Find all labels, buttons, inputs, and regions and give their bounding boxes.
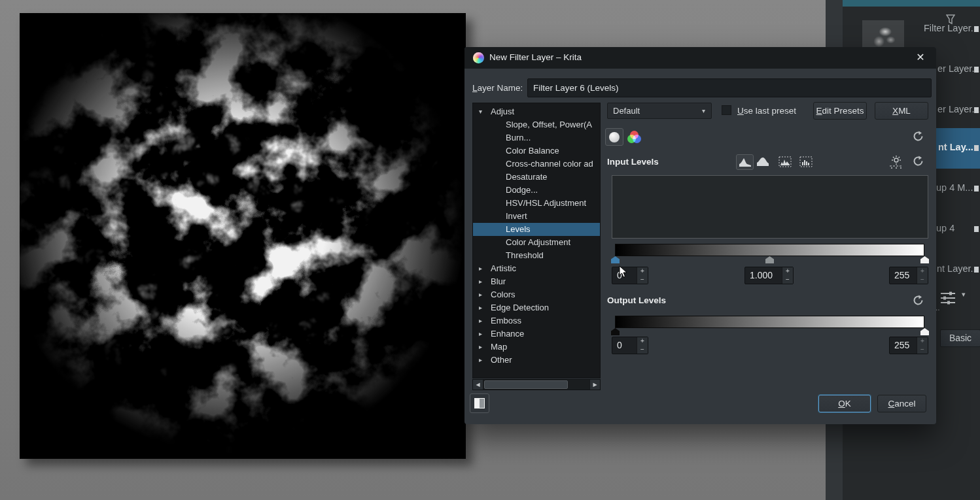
tree-item[interactable]: HSV/HSL Adjustment xyxy=(473,197,600,210)
layer-decoration xyxy=(974,67,979,73)
decrement-icon[interactable]: − xyxy=(917,276,928,284)
preset-select[interactable]: Default ▾ xyxy=(607,103,712,119)
chevron-right-icon[interactable]: ▸ xyxy=(479,262,488,275)
histogram-limits-button[interactable] xyxy=(777,154,794,170)
scroll-left-icon[interactable]: ◀ xyxy=(473,380,483,390)
stepper[interactable]: + − xyxy=(782,267,793,284)
chevron-right-icon[interactable]: ▸ xyxy=(479,275,488,288)
tree-item[interactable]: Slope, Offset, Power(A xyxy=(473,118,600,131)
tree-item[interactable]: Desaturate xyxy=(473,171,600,184)
decrement-icon[interactable]: − xyxy=(782,276,793,284)
input-black-spinbox[interactable]: 0 + − xyxy=(612,267,648,284)
chevron-down-icon: ▾ xyxy=(702,103,705,118)
layer-decoration xyxy=(974,226,979,232)
input-gamma-handle[interactable] xyxy=(765,256,774,263)
tree-item[interactable]: Color Adjustment xyxy=(473,236,600,249)
tree-group[interactable]: ▸ Map xyxy=(473,341,600,354)
channel-lightness-button[interactable] xyxy=(605,128,623,146)
tree-group[interactable]: ▸ Enhance xyxy=(473,327,600,341)
tree-item[interactable]: Dodge... xyxy=(473,184,600,197)
lightness-adjust-icon[interactable] xyxy=(888,156,904,169)
chevron-right-icon[interactable]: ▸ xyxy=(479,327,488,341)
scroll-right-icon[interactable]: ▶ xyxy=(589,380,600,390)
chevron-right-icon[interactable]: ▸ xyxy=(479,354,488,367)
input-white-handle[interactable] xyxy=(920,256,929,263)
stepper[interactable]: + − xyxy=(637,267,648,284)
layer-name-label: er Layer... xyxy=(937,63,979,74)
decrement-icon[interactable]: − xyxy=(637,276,648,284)
tree-group[interactable]: ▸ Colors xyxy=(473,288,600,301)
channel-rgb-button[interactable] xyxy=(627,131,642,144)
histogram-bins-button[interactable] xyxy=(797,154,815,170)
tree-group[interactable]: ▸ Edge Detection xyxy=(473,301,600,314)
input-gamma-spinbox[interactable]: 1.000 + − xyxy=(744,267,794,284)
tree-item[interactable]: Invert xyxy=(473,210,600,223)
increment-icon[interactable]: + xyxy=(917,267,928,276)
chevron-right-icon[interactable]: ▸ xyxy=(479,288,488,301)
histogram-dashed-icon xyxy=(779,156,792,167)
layer-decoration xyxy=(974,107,979,113)
histogram-logarithmic-button[interactable] xyxy=(754,154,772,170)
basic-dropdown[interactable]: Basic xyxy=(940,329,980,347)
histogram-logarithmic-icon xyxy=(757,157,769,166)
layer-name-label: up 4 xyxy=(936,223,954,233)
chevron-right-icon[interactable]: ▸ xyxy=(479,314,488,327)
scrollbar-thumb[interactable] xyxy=(484,380,568,389)
input-levels-gradient[interactable] xyxy=(615,244,924,256)
smoke-artwork xyxy=(20,13,466,459)
increment-icon[interactable]: + xyxy=(782,267,793,276)
chevron-right-icon[interactable]: ▸ xyxy=(479,341,488,354)
output-white-spinbox[interactable]: 255 + − xyxy=(889,337,928,354)
stepper[interactable]: + − xyxy=(637,337,648,354)
increment-icon[interactable]: + xyxy=(917,337,928,346)
layer-row[interactable]: Filter Layer... xyxy=(843,9,980,50)
opacity-slider-partial[interactable] xyxy=(843,0,980,7)
layer-name-label: Filter Layer... xyxy=(924,23,979,33)
cancel-button[interactable]: Cancel xyxy=(877,395,926,412)
tree-item[interactable]: Cross-channel color ad xyxy=(473,158,600,171)
decrement-icon[interactable]: − xyxy=(637,346,648,354)
tree-item[interactable]: Threshold xyxy=(473,249,600,262)
chevron-right-icon[interactable]: ▸ xyxy=(479,301,488,314)
stepper[interactable]: + − xyxy=(917,337,928,354)
reset-icon[interactable] xyxy=(912,155,924,167)
tree-item[interactable]: Color Balance xyxy=(473,144,600,158)
increment-icon[interactable]: + xyxy=(637,267,648,276)
layer-name-label: er Layer... xyxy=(937,104,979,114)
decrement-icon[interactable]: − xyxy=(917,346,928,354)
close-icon[interactable]: ✕ xyxy=(914,51,927,64)
input-white-spinbox[interactable]: 255 + − xyxy=(889,267,928,284)
output-white-handle[interactable] xyxy=(920,328,929,335)
histogram-linear-button[interactable] xyxy=(736,154,754,170)
input-levels-label: Input Levels xyxy=(607,157,659,167)
tree-group[interactable]: ▸ Other xyxy=(473,354,600,367)
increment-icon[interactable]: + xyxy=(637,337,648,346)
reset-icon[interactable] xyxy=(912,130,924,142)
tree-group-adjust[interactable]: ▾ Adjust xyxy=(473,105,600,118)
preview-split-icon xyxy=(474,398,485,408)
input-black-handle[interactable] xyxy=(611,256,620,263)
tree-group[interactable]: ▸ Emboss xyxy=(473,314,600,327)
tree-group[interactable]: ▸ Artistic xyxy=(473,262,600,275)
xml-button[interactable]: XML xyxy=(875,102,928,120)
ok-button[interactable]: OK xyxy=(818,395,871,412)
edit-presets-button[interactable]: Edit Presets xyxy=(813,102,867,120)
reset-icon[interactable] xyxy=(912,294,924,307)
chevron-down-icon[interactable]: ▾ xyxy=(962,290,966,299)
use-last-preset-checkbox[interactable] xyxy=(722,105,731,115)
stepper[interactable]: + − xyxy=(917,267,928,284)
chevron-down-icon[interactable]: ▾ xyxy=(479,105,488,118)
output-black-handle[interactable] xyxy=(611,328,620,335)
preview-toggle-button[interactable] xyxy=(470,393,489,413)
tree-item[interactable]: Burn... xyxy=(473,131,600,144)
layer-decoration xyxy=(974,186,979,192)
use-last-preset-label[interactable]: Use last preset xyxy=(737,106,796,116)
tree-group[interactable]: ▸ Blur xyxy=(473,275,600,288)
output-black-spinbox[interactable]: 0 + − xyxy=(612,337,648,354)
dialog-titlebar[interactable]: New Filter Layer – Krita ✕ xyxy=(464,47,936,69)
horizontal-scrollbar[interactable]: ◀ ▶ xyxy=(472,379,601,390)
layer-name-input[interactable]: Filter Layer 6 (Levels) xyxy=(527,78,932,97)
layer-properties-icon[interactable] xyxy=(939,291,956,305)
output-levels-gradient[interactable] xyxy=(615,316,924,328)
tree-item-selected[interactable]: Levels xyxy=(473,223,600,236)
